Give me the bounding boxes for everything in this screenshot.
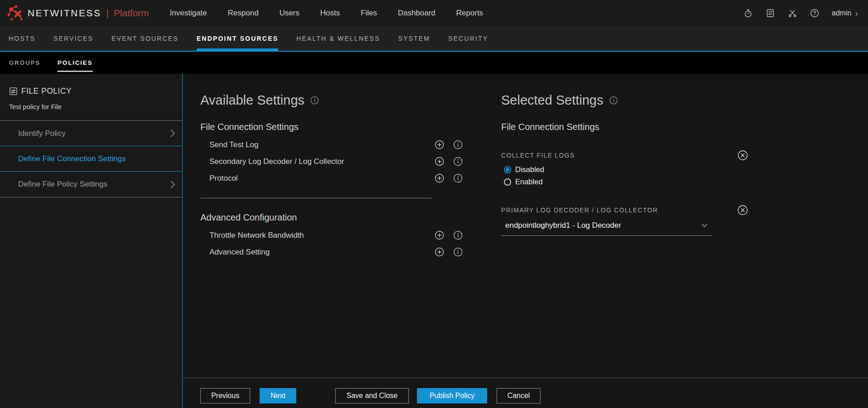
help-icon[interactable] bbox=[810, 8, 820, 18]
tab-security[interactable]: SECURITY bbox=[448, 26, 488, 51]
available-item-secondary-log-decoder: Secondary Log Decoder / Log Collector bbox=[200, 153, 463, 170]
radio-unselected-icon bbox=[504, 178, 511, 186]
primary-menu: Investigate Respond Users Hosts Files Da… bbox=[170, 9, 483, 18]
info-icon[interactable] bbox=[609, 96, 618, 105]
publish-policy-button[interactable]: Publish Policy bbox=[417, 388, 487, 403]
item-label: Send Test Log bbox=[209, 140, 258, 149]
nav-item-hosts[interactable]: Hosts bbox=[320, 9, 340, 18]
primary-log-decoder-label: PRIMARY LOG DECODER / LOG COLLECTOR bbox=[501, 206, 658, 214]
policy-sidebar: FILE POLICY Test policy for File Identif… bbox=[0, 74, 183, 408]
tab-services[interactable]: SERVICES bbox=[53, 26, 93, 51]
brand-name: NETWITNESS bbox=[28, 8, 101, 19]
user-menu[interactable]: admin › bbox=[832, 9, 858, 18]
remove-setting-icon[interactable] bbox=[737, 205, 748, 216]
brand-product: Platform bbox=[114, 8, 149, 19]
nav-item-users[interactable]: Users bbox=[280, 9, 299, 18]
user-name: admin bbox=[832, 9, 852, 17]
available-item-protocol: Protocol bbox=[200, 170, 463, 187]
nav-item-dashboard[interactable]: Dashboard bbox=[398, 9, 435, 18]
add-setting-icon[interactable] bbox=[435, 157, 444, 166]
brand-separator: | bbox=[106, 8, 109, 19]
info-icon[interactable] bbox=[453, 157, 463, 166]
policy-name: Test policy for File bbox=[9, 103, 182, 111]
radio-label: Disabled bbox=[515, 165, 544, 174]
chevron-down-icon bbox=[702, 224, 707, 227]
radio-disabled[interactable]: Disabled bbox=[504, 163, 748, 176]
radio-selected-icon bbox=[504, 166, 511, 173]
step-label: Define File Connection Settings bbox=[18, 154, 126, 163]
radio-enabled[interactable]: Enabled bbox=[504, 176, 748, 188]
step-define-file-connection-settings[interactable]: Define File Connection Settings bbox=[0, 146, 182, 172]
selected-section-title: File Connection Settings bbox=[501, 122, 748, 132]
wizard-footer: Previous Next Save and Close Publish Pol… bbox=[183, 378, 868, 408]
nav-item-respond[interactable]: Respond bbox=[228, 9, 259, 18]
selected-settings-panel: Selected Settings File Connection Settin… bbox=[501, 74, 748, 378]
nav-item-investigate[interactable]: Investigate bbox=[170, 9, 207, 18]
top-right-actions: admin › bbox=[743, 8, 858, 18]
item-label: Protocol bbox=[209, 174, 237, 183]
info-icon[interactable] bbox=[453, 173, 463, 183]
add-setting-icon[interactable] bbox=[435, 140, 444, 149]
previous-button[interactable]: Previous bbox=[200, 388, 250, 403]
collect-file-logs-label: COLLECT FILE LOGS bbox=[501, 152, 575, 159]
advanced-configuration-title: Advanced Configuration bbox=[200, 212, 463, 223]
info-icon[interactable] bbox=[453, 140, 463, 149]
log-decoder-select[interactable]: endpointloghybrid1 - Log Decoder bbox=[501, 221, 712, 236]
available-section-title: File Connection Settings bbox=[200, 122, 463, 132]
nav-item-files[interactable]: Files bbox=[361, 9, 377, 18]
tab-event-sources[interactable]: EVENT SOURCES bbox=[111, 26, 178, 51]
info-icon[interactable] bbox=[310, 96, 319, 105]
netwitness-logo-icon bbox=[6, 5, 24, 22]
chevron-right-icon: › bbox=[855, 9, 858, 18]
admin-nav: HOSTS SERVICES EVENT SOURCES ENDPOINT SO… bbox=[0, 26, 868, 52]
item-label: Advanced Setting bbox=[209, 248, 270, 257]
cancel-button[interactable]: Cancel bbox=[497, 388, 541, 403]
step-identify-policy[interactable]: Identify Policy bbox=[0, 121, 182, 146]
step-define-file-policy-settings[interactable]: Define File Policy Settings bbox=[0, 172, 182, 197]
available-items-list: Send Test Log bbox=[200, 136, 463, 187]
jobs-icon[interactable] bbox=[765, 8, 775, 18]
sub-nav: GROUPS POLICIES bbox=[0, 52, 868, 74]
primary-log-decoder-group: PRIMARY LOG DECODER / LOG COLLECTOR endp… bbox=[501, 205, 748, 236]
info-icon[interactable] bbox=[453, 230, 463, 240]
policy-steps: Identify Policy Define File Connection S… bbox=[0, 120, 182, 197]
remove-setting-icon[interactable] bbox=[737, 150, 748, 161]
tab-groups[interactable]: GROUPS bbox=[9, 52, 40, 74]
available-settings-panel: Available Settings File Connection Setti… bbox=[200, 74, 463, 378]
tab-policies[interactable]: POLICIES bbox=[57, 52, 92, 74]
tab-endpoint-sources[interactable]: ENDPOINT SOURCES bbox=[197, 26, 279, 51]
step-label: Identify Policy bbox=[18, 129, 66, 138]
available-item-send-test-log: Send Test Log bbox=[200, 136, 463, 153]
item-label: Secondary Log Decoder / Log Collector bbox=[209, 157, 344, 166]
tab-system[interactable]: SYSTEM bbox=[398, 26, 430, 51]
advanced-items-list: Throttle Network Bandwidth bbox=[200, 227, 463, 260]
tab-health-wellness[interactable]: HEALTH & WELLNESS bbox=[296, 26, 380, 51]
available-item-advanced-setting: Advanced Setting bbox=[200, 244, 463, 260]
save-and-close-button[interactable]: Save and Close bbox=[335, 388, 409, 403]
info-icon[interactable] bbox=[453, 247, 463, 257]
selected-settings-title: Selected Settings bbox=[501, 93, 603, 108]
radio-label: Enabled bbox=[515, 178, 543, 186]
brand[interactable]: NETWITNESS | Platform bbox=[6, 5, 149, 22]
tab-hosts[interactable]: HOSTS bbox=[9, 26, 35, 51]
stopwatch-icon[interactable] bbox=[743, 8, 753, 18]
section-divider bbox=[200, 198, 432, 198]
add-setting-icon[interactable] bbox=[435, 230, 444, 240]
policy-type-header: FILE POLICY bbox=[9, 86, 182, 96]
item-label: Throttle Network Bandwidth bbox=[209, 231, 304, 240]
add-setting-icon[interactable] bbox=[435, 247, 444, 257]
collect-file-logs-group: COLLECT FILE LOGS Disabled bbox=[501, 150, 748, 188]
chevron-right-icon bbox=[170, 180, 175, 189]
log-decoder-selected-value: endpointloghybrid1 - Log Decoder bbox=[505, 221, 621, 230]
chevron-right-icon bbox=[170, 129, 175, 138]
nav-item-reports[interactable]: Reports bbox=[456, 9, 484, 18]
top-nav: NETWITNESS | Platform Investigate Respon… bbox=[0, 0, 868, 26]
available-settings-title: Available Settings bbox=[200, 93, 304, 108]
next-button[interactable]: Next bbox=[260, 388, 296, 403]
step-label: Define File Policy Settings bbox=[18, 180, 107, 189]
available-item-throttle-network-bandwidth: Throttle Network Bandwidth bbox=[200, 227, 463, 244]
policy-type-label: FILE POLICY bbox=[21, 86, 72, 96]
policy-settings-icon bbox=[9, 87, 18, 96]
add-setting-icon[interactable] bbox=[435, 173, 444, 183]
tools-icon[interactable] bbox=[787, 8, 797, 18]
